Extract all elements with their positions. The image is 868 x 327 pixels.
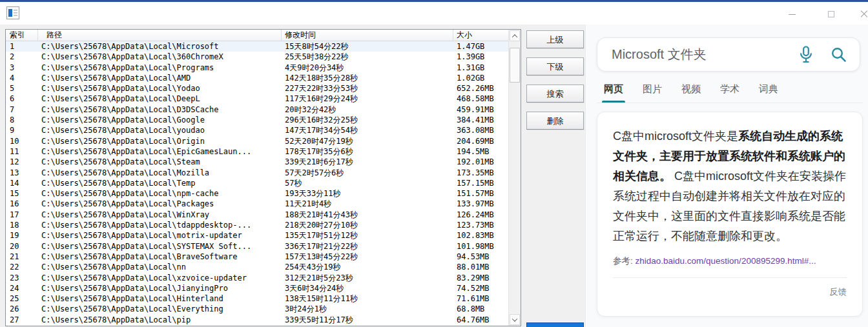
titlebar[interactable]	[0, 2, 868, 25]
up-level-button[interactable]: 上级	[526, 30, 584, 48]
table-row[interactable]: 24 C:\Users\25678\AppData\Local\Jianying…	[6, 283, 508, 293]
table-row[interactable]: 14 C:\Users\25678\AppData\Local\Temp 57秒…	[6, 178, 508, 188]
client-area: 索引 路径 修改时间 大小 1 C:\Users\25678\AppData\L…	[0, 25, 868, 327]
column-header-mtime[interactable]: 修改时间	[282, 30, 453, 41]
table-row[interactable]: 22 C:\Users\25678\AppData\Local\nn 254天4…	[6, 262, 508, 272]
minimize-button[interactable]	[777, 4, 807, 25]
chevron-up-icon	[512, 34, 517, 39]
bottom-primary-button[interactable]	[526, 322, 584, 327]
table-row[interactable]: 27 C:\Users\25678\AppData\Local\pip 339天…	[6, 315, 508, 325]
table-row[interactable]: 16 C:\Users\25678\AppData\Local\Packages…	[6, 199, 508, 209]
chevron-down-icon	[512, 316, 517, 321]
vertical-scrollbar[interactable]	[508, 30, 521, 326]
table-row[interactable]: 7 C:\Users\25678\AppData\Local\D3DSCache…	[6, 104, 508, 115]
table-row[interactable]: 20 C:\Users\25678\AppData\Local\SYSTEMAX…	[6, 241, 508, 252]
table-row[interactable]: 23 C:\Users\25678\AppData\Local\xzvoice-…	[6, 273, 508, 283]
answer-card: C盘中microsoft文件夹是系统自动生成的系统文件夹，主要用于放置系统软件和…	[597, 112, 863, 317]
file-table-header: 索引 路径 修改时间 大小	[6, 30, 508, 41]
search-icon[interactable]	[831, 46, 847, 63]
microphone-icon[interactable]	[800, 46, 812, 63]
down-level-button[interactable]: 下级	[526, 57, 584, 75]
scroll-down-button[interactable]	[510, 314, 520, 325]
app-window: 索引 路径 修改时间 大小 1 C:\Users\25678\AppData\L…	[0, 0, 868, 327]
maximize-icon	[828, 11, 834, 17]
app-icon	[6, 6, 19, 19]
table-row[interactable]: 5 C:\Users\25678\AppData\Local\Yodao 227…	[6, 83, 508, 94]
reference-link[interactable]: zhidao.baidu.com/question/200895299.html…	[636, 256, 816, 266]
table-row[interactable]: 1 C:\Users\25678\AppData\Local\Microsoft…	[6, 41, 508, 52]
table-row[interactable]: 8 C:\Users\25678\AppData\Local\Google 29…	[6, 115, 508, 125]
column-header-size[interactable]: 大小	[453, 30, 508, 41]
tab-5[interactable]: 词典	[759, 83, 778, 95]
table-row[interactable]: 9 C:\Users\25678\AppData\Local\youdao 14…	[6, 125, 508, 135]
tab-1[interactable]: 网页	[604, 83, 623, 95]
close-button[interactable]	[849, 4, 868, 25]
minimize-icon	[789, 14, 796, 15]
search-button[interactable]: 搜索	[526, 84, 584, 103]
search-panel: Microsoft 文件夹 网页图片视频学术词典 C盘中microsoft文件夹…	[585, 25, 868, 327]
table-row[interactable]: 6 C:\Users\25678\AppData\Local\DeepL 117…	[6, 94, 508, 104]
table-row[interactable]: 15 C:\Users\25678\AppData\Local\npm-cach…	[6, 188, 508, 199]
search-input[interactable]: Microsoft 文件夹	[612, 46, 800, 63]
table-row[interactable]: 2 C:\Users\25678\AppData\Local\360Chrome…	[6, 52, 508, 62]
tab-2[interactable]: 图片	[643, 83, 662, 95]
table-row[interactable]: 12 C:\Users\25678\AppData\Local\Steam 33…	[6, 157, 508, 167]
column-header-path[interactable]: 路径	[38, 30, 282, 41]
table-row[interactable]: 19 C:\Users\25678\AppData\Local\motrix-u…	[6, 230, 508, 241]
table-row[interactable]: 17 C:\Users\25678\AppData\Local\WinXray …	[6, 210, 508, 220]
table-row[interactable]: 21 C:\Users\25678\AppData\Local\BraveSof…	[6, 252, 508, 262]
scroll-up-button[interactable]	[510, 30, 520, 41]
file-table: 索引 路径 修改时间 大小 1 C:\Users\25678\AppData\L…	[5, 29, 521, 326]
answer-part-1: C盘中microsoft文件夹是	[613, 130, 738, 143]
search-tabs: 网页图片视频学术词典	[604, 83, 778, 95]
table-row[interactable]: 4 C:\Users\25678\AppData\Local\AMD 142天1…	[6, 73, 508, 83]
answer-text: C盘中microsoft文件夹是系统自动生成的系统文件夹，主要用于放置系统软件和…	[613, 126, 847, 246]
search-box[interactable]: Microsoft 文件夹	[597, 37, 860, 72]
reference-row: 参考: zhidao.baidu.com/question/200895299.…	[613, 255, 847, 267]
table-row[interactable]: 3 C:\Users\25678\AppData\Local\Programs …	[6, 63, 508, 73]
feedback-link[interactable]: 反馈	[613, 286, 847, 298]
reference-colon: :	[630, 256, 636, 266]
tabs-divider	[597, 103, 863, 103]
card-divider	[613, 277, 847, 278]
scrollbar-thumb[interactable]	[510, 48, 520, 83]
tab-3[interactable]: 视频	[681, 83, 701, 95]
table-row[interactable]: 13 C:\Users\25678\AppData\Local\Mozilla …	[6, 168, 508, 178]
delete-button[interactable]: 删除	[526, 112, 584, 130]
column-header-index[interactable]: 索引	[6, 30, 38, 41]
tab-4[interactable]: 学术	[720, 83, 739, 95]
table-row[interactable]: 25 C:\Users\25678\AppData\Local\Hinterla…	[6, 293, 508, 304]
maximize-button[interactable]	[816, 4, 846, 25]
table-row[interactable]: 11 C:\Users\25678\AppData\Local\EpicGame…	[6, 146, 508, 157]
table-row[interactable]: 26 C:\Users\25678\AppData\Local\Everythi…	[6, 304, 508, 314]
table-row[interactable]: 18 C:\Users\25678\AppData\Local\tdappdes…	[6, 220, 508, 230]
close-icon	[860, 10, 868, 18]
table-row[interactable]: 10 C:\Users\25678\AppData\Local\Origin 5…	[6, 136, 508, 146]
reference-label: 参考	[613, 256, 630, 266]
file-table-body: 1 C:\Users\25678\AppData\Local\Microsoft…	[6, 41, 508, 326]
